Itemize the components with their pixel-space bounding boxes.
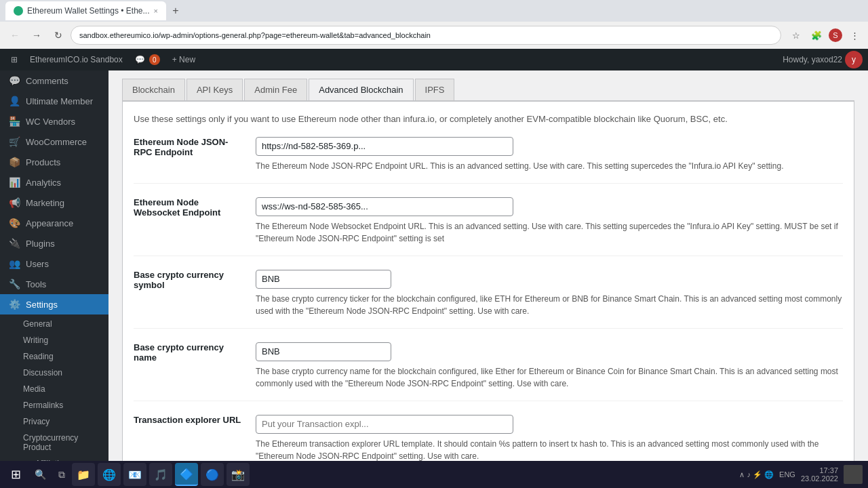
address-bar[interactable]: sandbox.ethereumico.io/wp-admin/options-… [71, 26, 781, 45]
label-text: Ethereum Node JSON-RPC Endpoint [134, 137, 228, 157]
taskbar-apps: 📁 🌐 📧 🎵 🔷 🔵 📸 [72, 463, 250, 486]
settings-sub-general[interactable]: General [16, 316, 108, 332]
sidebar-item-label: Analytics [26, 178, 61, 188]
app7-icon: 📸 [231, 468, 245, 481]
base-crypto-name-input[interactable] [256, 342, 391, 361]
extension-button[interactable]: 🧩 [808, 27, 825, 43]
field-content: The Ethereum transaction explorer URL te… [256, 415, 843, 462]
settings-sub-writing[interactable]: Writing [16, 332, 108, 348]
woocommerce-icon: 🛒 [8, 136, 20, 148]
sidebar-item-tools[interactable]: 🔧 Tools [0, 274, 108, 294]
user-avatar[interactable]: y [845, 51, 863, 68]
field-label: Ethereum Node Websocket Endpoint [134, 197, 242, 245]
wp-sidebar: 💬 Comments 👤 Ultimate Member 🏪 WC Vendor… [0, 49, 108, 488]
eth-node-websocket-input[interactable] [256, 197, 513, 216]
field-content: The Ethereum Node JSON-RPC Endpoint URL.… [256, 137, 843, 172]
users-icon: 👥 [8, 258, 20, 270]
tab-blockchain[interactable]: Blockchain [122, 79, 185, 100]
new-content-button[interactable]: + New [167, 49, 201, 70]
browser-icon: 🌐 [102, 468, 116, 481]
active-tab[interactable]: Ethereum Wallet Settings • Ethe... × [5, 1, 166, 20]
field-label: Transaction explorer URL [134, 415, 242, 462]
notification-center[interactable] [844, 465, 863, 484]
site-name-item[interactable]: EthereumICO.io Sandbox [24, 49, 128, 70]
new-tab-button[interactable]: + [166, 1, 185, 20]
browser-tabs: Ethereum Wallet Settings • Ethe... × + [0, 0, 868, 22]
taskbar-browser[interactable]: 🌐 [98, 463, 121, 486]
sidebar-item-appearance[interactable]: 🎨 Appearance [0, 213, 108, 233]
sidebar-item-marketing[interactable]: 📢 Marketing [0, 192, 108, 213]
taskbar-time: 17:37 [819, 466, 838, 474]
field-base-crypto-name: Base crypto currency name The base crypt… [134, 342, 843, 401]
taskbar-active-browser[interactable]: 🔷 [175, 463, 198, 486]
app6-icon: 🔵 [205, 468, 219, 481]
settings-sub-permalinks[interactable]: Permalinks [16, 397, 108, 413]
task-view-button[interactable]: ⧉ [54, 469, 69, 481]
sidebar-item-users[interactable]: 👥 Users [0, 253, 108, 274]
settings-sub-discussion[interactable]: Discussion [16, 365, 108, 381]
sidebar-item-woocommerce[interactable]: 🛒 WooCommerce [0, 131, 108, 152]
label-text: Transaction explorer URL [134, 415, 241, 425]
sidebar-item-comments[interactable]: 💬 Comments [0, 70, 108, 91]
field-content: The base crypto currency ticker for the … [256, 270, 843, 317]
sidebar-item-analytics[interactable]: 📊 Analytics [0, 172, 108, 192]
wp-main: Blockchain API Keys Admin Fee Advanced B… [108, 49, 868, 488]
forward-button[interactable]: → [27, 26, 46, 45]
file-explorer-icon: 📁 [77, 468, 90, 481]
back-button[interactable]: ← [5, 26, 24, 45]
bookmark-button[interactable]: ☆ [788, 27, 804, 43]
taskbar-app3[interactable]: 📧 [123, 463, 146, 486]
base-crypto-symbol-input[interactable] [256, 270, 391, 289]
tab-close-button[interactable]: × [154, 7, 158, 15]
address-text: sandbox.ethereumico.io/wp-admin/options-… [79, 31, 431, 39]
transaction-explorer-url-input[interactable] [256, 415, 513, 434]
tab-api-keys[interactable]: API Keys [186, 79, 243, 100]
sidebar-item-ultimate-member[interactable]: 👤 Ultimate Member [0, 91, 108, 111]
wp-topbar: ⊞ EthereumICO.io Sandbox 💬 0 + New Howdy… [0, 49, 868, 70]
wp-admin: 💬 Comments 👤 Ultimate Member 🏪 WC Vendor… [0, 49, 868, 488]
comments-notification[interactable]: 💬 0 [130, 49, 165, 70]
settings-sub-privacy[interactable]: Privacy [16, 413, 108, 430]
sidebar-item-products[interactable]: 📦 Products [0, 152, 108, 172]
wp-content: Blockchain API Keys Admin Fee Advanced B… [108, 70, 868, 488]
taskbar-app6[interactable]: 🔵 [201, 463, 224, 486]
task-view-icon: ⧉ [58, 469, 65, 481]
search-taskbar[interactable]: 🔍 [29, 469, 52, 480]
taskbar-app7[interactable]: 📸 [226, 463, 250, 486]
field-content: The base crypto currency name for the bl… [256, 342, 843, 390]
sidebar-item-settings[interactable]: ⚙️ Settings [0, 294, 108, 314]
windows-icon: ⊞ [11, 467, 21, 482]
taskbar-app4[interactable]: 🎵 [149, 463, 172, 486]
refresh-button[interactable]: ↻ [49, 26, 68, 45]
writing-label: Writing [23, 336, 48, 345]
settings-sub-media[interactable]: Media [16, 381, 108, 397]
field-label: Ethereum Node JSON-RPC Endpoint [134, 137, 242, 172]
settings-sub-cryptocurrency[interactable]: Cryptocurrency Product [16, 430, 108, 455]
field-label: Base crypto currency name [134, 342, 242, 390]
sidebar-item-plugins[interactable]: 🔌 Plugins [0, 233, 108, 253]
field-content: The Ethereum Node Websocket Endpoint URL… [256, 197, 843, 245]
field-eth-node-websocket: Ethereum Node Websocket Endpoint The Eth… [134, 197, 843, 256]
tab-advanced-blockchain[interactable]: Advanced Blockchain [309, 79, 413, 100]
settings-sub-reading[interactable]: Reading [16, 348, 108, 365]
field-description: The Ethereum Node Websocket Endpoint URL… [256, 220, 843, 245]
taskbar-file-explorer[interactable]: 📁 [72, 463, 95, 486]
wp-logo-icon: ⊞ [11, 55, 18, 64]
field-description: The Ethereum transaction explorer URL te… [256, 438, 843, 462]
analytics-icon: 📊 [8, 176, 20, 188]
eth-node-json-rpc-input[interactable] [256, 137, 513, 156]
taskbar-icons: ∧ ♪ ⚡ 🌐 [739, 470, 774, 479]
wp-logo-item[interactable]: ⊞ [5, 49, 23, 70]
profile-button[interactable]: S [829, 28, 842, 42]
howdy-text: Howdy, yaxod22 [783, 55, 842, 64]
menu-button[interactable]: ⋮ [846, 27, 863, 43]
tab-ipfs[interactable]: IPFS [415, 79, 455, 100]
sidebar-item-label: Users [26, 259, 49, 269]
tab-admin-fee[interactable]: Admin Fee [244, 79, 307, 100]
plugins-icon: 🔌 [8, 237, 20, 249]
field-base-crypto-symbol: Base crypto currency symbol The base cry… [134, 270, 843, 329]
start-button[interactable]: ⊞ [5, 467, 26, 482]
comments-icon: 💬 [135, 55, 145, 64]
field-description: The base crypto currency ticker for the … [256, 293, 843, 317]
sidebar-item-wc-vendors[interactable]: 🏪 WC Vendors [0, 111, 108, 131]
